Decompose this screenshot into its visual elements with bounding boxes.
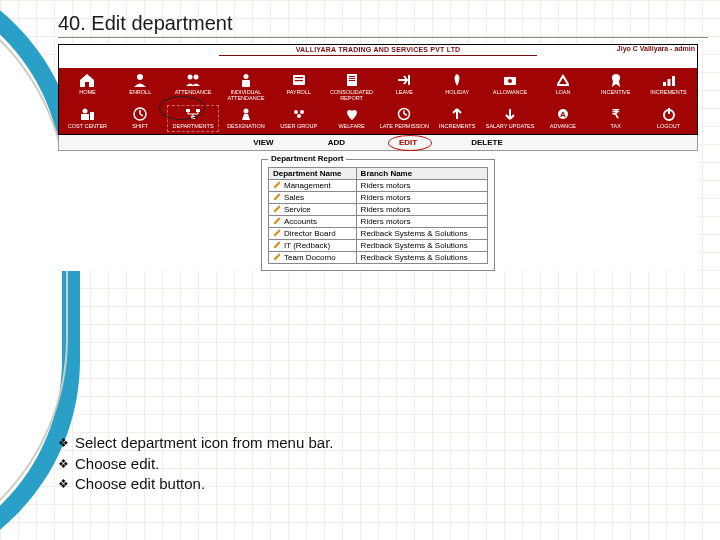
branch-cell: Riders motors: [356, 191, 487, 203]
svg-rect-11: [349, 80, 355, 81]
table-row: SalesRiders motors: [269, 191, 488, 203]
leave-icon: [395, 72, 413, 88]
branch-cell: Riders motors: [356, 215, 487, 227]
menu-shift[interactable]: SHIFT: [114, 105, 167, 132]
late-icon: [395, 106, 413, 122]
menu-attendance[interactable]: ATTENDANCE: [167, 71, 220, 103]
diamond-bullet-icon: ❖: [58, 435, 69, 451]
menu-label: USER GROUP: [272, 124, 325, 130]
home-icon: [78, 72, 96, 88]
branch-cell: Redback Systems & Solutions: [356, 239, 487, 251]
svg-point-3: [243, 74, 248, 79]
menu-designation[interactable]: DESIGNATION: [219, 105, 272, 132]
menu-advance[interactable]: AADVANCE: [536, 105, 589, 132]
tab-add[interactable]: ADD: [328, 138, 345, 147]
department-table: Department Name Branch Name ManagementRi…: [268, 167, 488, 264]
table-row: Director BoardRedback Systems & Solution…: [269, 227, 488, 239]
edit-row-link[interactable]: Accounts: [269, 215, 357, 227]
table-row: AccountsRiders motors: [269, 215, 488, 227]
tab-edit[interactable]: EDIT: [399, 138, 417, 147]
menu-label: DEPARTMENTS: [167, 124, 220, 130]
department-report-panel: Department Report Department Name Branch…: [261, 159, 495, 271]
edit-row-link[interactable]: Management: [269, 179, 357, 191]
col-department: Department Name: [269, 167, 357, 179]
svg-rect-36: [668, 108, 670, 114]
svg-rect-22: [90, 112, 94, 120]
svg-rect-19: [672, 76, 675, 86]
svg-text:A: A: [560, 110, 566, 119]
svg-point-20: [83, 109, 88, 114]
menu-cost[interactable]: COST CENTER: [61, 105, 114, 132]
svg-point-28: [294, 110, 298, 114]
menu-holiday[interactable]: HOLIDAY: [431, 71, 484, 103]
menu-label: LATE PERMISSION: [378, 124, 431, 130]
svg-rect-21: [81, 114, 89, 120]
advance-icon: A: [554, 106, 572, 122]
menu-loan[interactable]: LOAN: [536, 71, 589, 103]
tax-icon: ₹: [607, 106, 625, 122]
menu-label: ATTENDANCE: [167, 90, 220, 96]
bullet-text: Select department icon from menu bar.: [75, 433, 333, 453]
payroll-icon: [290, 72, 308, 88]
menu-home[interactable]: HOME: [61, 71, 114, 103]
menu-increments2[interactable]: INCREMENTS: [431, 105, 484, 132]
pencil-icon: [273, 217, 281, 225]
menu-payroll[interactable]: PAYROLL: [272, 71, 325, 103]
svg-point-0: [137, 74, 143, 80]
svg-rect-6: [295, 77, 303, 78]
menu-indiv[interactable]: INDIVIDUAL ATTENDANCE: [219, 71, 272, 103]
svg-rect-25: [196, 109, 200, 112]
menu-logout[interactable]: LOGOUT: [642, 105, 695, 132]
table-row: ServiceRiders motors: [269, 203, 488, 215]
menu-late[interactable]: LATE PERMISSION: [378, 105, 431, 132]
branch-cell: Redback Systems & Solutions: [356, 227, 487, 239]
menu-label: LOGOUT: [642, 124, 695, 130]
menu-allowance[interactable]: ALLOWANCE: [484, 71, 537, 103]
menu-increments[interactable]: INCREMENTS: [642, 71, 695, 103]
svg-rect-9: [349, 76, 355, 77]
col-branch: Branch Name: [356, 167, 487, 179]
svg-rect-24: [186, 109, 190, 112]
table-row: ManagementRiders motors: [269, 179, 488, 191]
menu-label: ENROLL: [114, 90, 167, 96]
svg-rect-4: [242, 80, 250, 87]
company-header: VALLIYARA TRADING AND SERVICES PVT LTD J…: [59, 45, 697, 59]
menu-label: ADVANCE: [536, 124, 589, 130]
menu-salary[interactable]: SALARY UPDATES: [484, 105, 537, 132]
holiday-icon: [448, 72, 466, 88]
menu-usergroup[interactable]: USER GROUP: [272, 105, 325, 132]
indiv-icon: [237, 72, 255, 88]
loan-icon: [554, 72, 572, 88]
menu-dept[interactable]: DEPARTMENTS: [167, 105, 220, 132]
svg-rect-17: [663, 82, 666, 86]
pencil-icon: [273, 205, 281, 213]
menu-welfare[interactable]: WELFARE: [325, 105, 378, 132]
edit-row-link[interactable]: Service: [269, 203, 357, 215]
tab-delete[interactable]: DELETE: [471, 138, 503, 147]
menu-label: WELFARE: [325, 124, 378, 130]
table-row: Team DocomoRedback Systems & Solutions: [269, 251, 488, 263]
menu-leave[interactable]: LEAVE: [378, 71, 431, 103]
menu-label: CONSOLIDATED REPORT: [325, 90, 378, 101]
branch-cell: Riders motors: [356, 179, 487, 191]
company-name: VALLIYARA TRADING AND SERVICES PVT LTD: [296, 46, 461, 53]
menu-tax[interactable]: ₹TAX: [589, 105, 642, 132]
edit-row-link[interactable]: IT (Redback): [269, 239, 357, 251]
edit-row-link[interactable]: Director Board: [269, 227, 357, 239]
instruction-list: ❖Select department icon from menu bar.❖C…: [58, 433, 333, 494]
pencil-icon: [273, 181, 281, 189]
app-screenshot: VALLIYARA TRADING AND SERVICES PVT LTD J…: [58, 44, 698, 271]
edit-row-link[interactable]: Sales: [269, 191, 357, 203]
svg-rect-18: [667, 79, 670, 86]
menu-label: SHIFT: [114, 124, 167, 130]
svg-point-2: [194, 75, 199, 80]
menu-label: LEAVE: [378, 90, 431, 96]
menu-report[interactable]: CONSOLIDATED REPORT: [325, 71, 378, 103]
menu-enroll[interactable]: ENROLL: [114, 71, 167, 103]
menu-label: SALARY UPDATES: [484, 124, 537, 130]
menu-incentive[interactable]: INCENTIVE: [589, 71, 642, 103]
menu-label: INCREMENTS: [431, 124, 484, 130]
table-row: IT (Redback)Redback Systems & Solutions: [269, 239, 488, 251]
tab-view[interactable]: VIEW: [253, 138, 273, 147]
edit-row-link[interactable]: Team Docomo: [269, 251, 357, 263]
